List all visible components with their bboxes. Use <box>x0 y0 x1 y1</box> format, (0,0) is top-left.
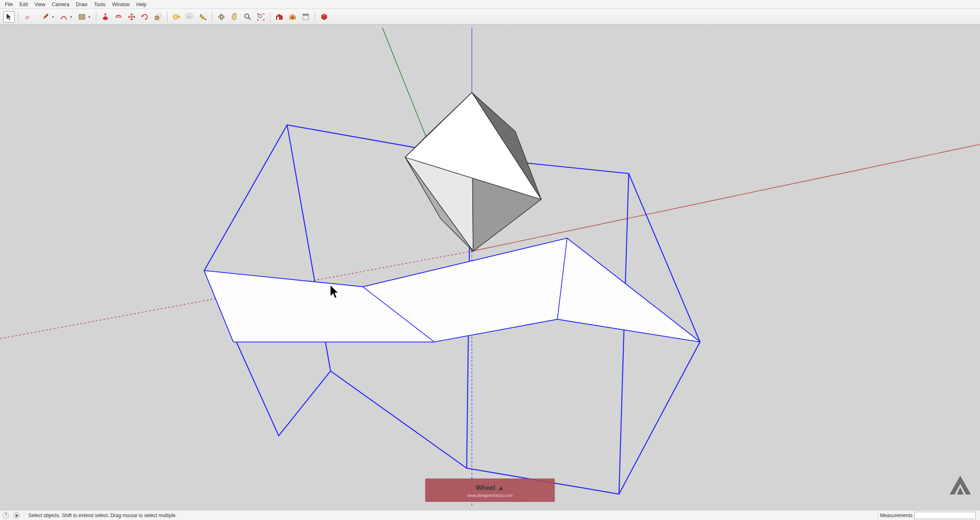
toolbar-separator <box>96 12 96 22</box>
toolbar-separator <box>212 12 212 22</box>
menu-view[interactable]: View <box>31 1 49 8</box>
menu-tools[interactable]: Tools <box>91 1 109 8</box>
menu-edit[interactable]: Edit <box>16 1 31 8</box>
menu-camera[interactable]: Camera <box>49 1 73 8</box>
axis-red <box>472 144 980 251</box>
hint-title: Wheel <box>476 484 495 492</box>
status-separator <box>878 512 878 519</box>
watermark-logo <box>948 475 973 498</box>
warehouse-button[interactable] <box>274 11 285 23</box>
hint-overlay: Wheel ▲ www.designerhacks.com <box>425 478 555 502</box>
svg-point-11 <box>245 14 249 18</box>
selected-faces <box>204 238 700 342</box>
layout-button[interactable] <box>300 11 311 23</box>
scale-tool[interactable] <box>152 11 164 23</box>
eraser-tool[interactable] <box>22 11 33 23</box>
ext-warehouse-button[interactable] <box>287 11 298 23</box>
pushpull-tool[interactable] <box>100 11 111 23</box>
zoom-tool[interactable] <box>242 11 253 23</box>
svg-point-9 <box>218 16 224 18</box>
menu-window[interactable]: Window <box>109 1 133 8</box>
pan-tool[interactable] <box>229 11 240 23</box>
arrow-up-icon: ▲ <box>498 484 504 492</box>
tape-tool[interactable] <box>171 11 182 23</box>
shape-dropdown-icon[interactable]: ▼ <box>88 15 91 18</box>
toolbar-separator <box>167 12 167 22</box>
arc-dropdown-icon[interactable]: ▼ <box>70 15 73 18</box>
svg-point-15 <box>291 16 294 19</box>
svg-rect-5 <box>177 16 180 18</box>
pencil-tool[interactable] <box>40 11 51 23</box>
shape-tool[interactable] <box>76 11 88 23</box>
menu-draw[interactable]: Draw <box>73 1 91 8</box>
svg-point-8 <box>204 18 206 20</box>
arc-tool[interactable] <box>58 11 70 23</box>
zoom-extents-tool[interactable] <box>255 11 267 23</box>
orbit-tool[interactable] <box>216 11 227 23</box>
text-tool[interactable]: A1 <box>184 11 195 23</box>
select-tool[interactable] <box>3 11 15 23</box>
measurements-label: Measurements <box>880 513 913 518</box>
svg-rect-1 <box>79 14 85 19</box>
toolbar-separator <box>315 12 315 22</box>
menu-file[interactable]: File <box>2 1 16 8</box>
geo-icon[interactable]: ◉ <box>13 512 20 519</box>
ext-manager-button[interactable] <box>318 11 330 23</box>
svg-line-12 <box>248 18 251 20</box>
svg-line-21 <box>619 173 629 494</box>
viewport-3d[interactable]: Wheel ▲ www.designerhacks.com <box>0 25 980 510</box>
paint-tool[interactable] <box>197 11 209 23</box>
toolbar: ▼ ▼ ▼ A1 <box>0 9 980 25</box>
svg-rect-14 <box>277 17 279 20</box>
status-separator <box>24 512 24 519</box>
svg-text:A1: A1 <box>188 15 191 18</box>
svg-marker-35 <box>557 238 700 342</box>
statusbar: ? ◉ Select objects. Shift to extend sele… <box>0 510 980 520</box>
hint-subtitle: www.designerhacks.com <box>425 493 555 498</box>
menu-help[interactable]: Help <box>133 1 150 8</box>
svg-rect-17 <box>303 14 309 16</box>
svg-point-10 <box>220 14 223 20</box>
pencil-dropdown-icon[interactable]: ▼ <box>51 15 55 18</box>
help-icon[interactable]: ? <box>2 512 9 519</box>
status-hint: Select objects. Shift to extend select. … <box>28 513 177 518</box>
menubar: File Edit View Camera Draw Tools Window … <box>0 0 980 9</box>
toolbar-separator <box>270 12 270 22</box>
move-tool[interactable] <box>126 11 137 23</box>
octahedron-geometry <box>405 92 541 251</box>
svg-rect-0 <box>25 15 30 20</box>
offset-tool[interactable] <box>113 11 124 23</box>
toolbar-separator <box>18 12 19 22</box>
rotate-tool[interactable] <box>139 11 151 23</box>
svg-point-13 <box>258 14 262 18</box>
measurements-input[interactable] <box>914 512 976 519</box>
